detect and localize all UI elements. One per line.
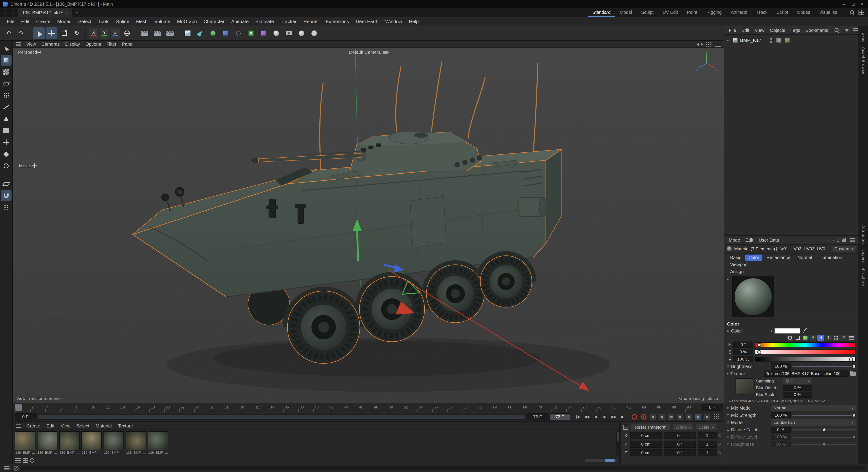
sampling-dropdown[interactable]: MIP▾ [783, 378, 812, 384]
frame-tick-30[interactable]: 30 [239, 403, 254, 412]
menu-extensions[interactable]: Extensions [322, 17, 352, 26]
rotation-z-field[interactable]: 0 ° [664, 449, 696, 457]
material-thumbnail[interactable] [37, 431, 57, 450]
blur-scale-field[interactable]: 0 % [783, 392, 812, 398]
material-item[interactable]: 136_BMP_... [147, 431, 168, 457]
menu-file[interactable]: File [4, 17, 18, 26]
frame-tick-76[interactable]: 76 [581, 403, 596, 412]
frame-tick-36[interactable]: 36 [283, 403, 298, 412]
color-mode-r[interactable]: R [810, 335, 816, 341]
mix-strength-anim-icon[interactable] [727, 414, 729, 416]
coordinate-system-button[interactable] [121, 27, 133, 39]
frame-tick-8[interactable]: 8 [75, 403, 90, 412]
frame-tick-58[interactable]: 58 [447, 403, 462, 412]
attribute-menu-mode[interactable]: Mode [726, 238, 743, 243]
sphere-view-icon[interactable] [30, 458, 34, 463]
material-item[interactable]: 136_BMP_... [14, 431, 36, 457]
viewport-menu-panel[interactable]: Panel [119, 41, 136, 47]
material-item[interactable]: 136_BMP_... [59, 431, 80, 457]
history-forward-icon[interactable]: › [833, 238, 834, 242]
material-item[interactable]: 136_BMP_... [81, 431, 102, 457]
frame-tick-74[interactable]: 74 [566, 403, 581, 412]
material-tab-normal[interactable]: Normal [794, 255, 815, 261]
frame-tick-34[interactable]: 34 [269, 403, 283, 412]
lock-z-icon[interactable] [718, 451, 721, 454]
layout-tab-paint[interactable]: Paint [683, 8, 702, 17]
material-menu-view[interactable]: View [58, 423, 74, 429]
frame-tick-12[interactable]: 12 [105, 403, 120, 412]
color-anim-icon[interactable] [727, 330, 729, 332]
normal-move-button[interactable] [1, 149, 11, 160]
move-tool[interactable] [46, 27, 57, 39]
color-wheel-icon[interactable] [786, 335, 794, 341]
layout-tab-sculpt[interactable]: Sculpt [637, 8, 658, 17]
menu-spline[interactable]: Spline [113, 17, 132, 26]
frame-tick-66[interactable]: 66 [507, 403, 522, 412]
brightness-slider[interactable] [793, 364, 856, 369]
transport-button-5[interactable]: ▶| [618, 413, 627, 421]
menu-mograph[interactable]: MoGraph [174, 17, 200, 26]
add-volume-button[interactable] [220, 27, 231, 39]
material-menu-material[interactable]: Material [92, 423, 115, 429]
lock-icon[interactable] [842, 240, 846, 242]
texture-thumbnail[interactable] [735, 378, 753, 395]
position-y-field[interactable]: 0 cm [630, 441, 662, 448]
add-scene-object-button[interactable] [270, 27, 282, 39]
viewport[interactable]: Perspective Default Camera Move View Tra… [13, 48, 724, 403]
status-menu-icon[interactable] [4, 466, 9, 470]
menu-modes[interactable]: Modes [54, 17, 74, 26]
saturation-slider[interactable] [755, 349, 856, 354]
history-back-icon[interactable]: ‹ [829, 238, 830, 242]
live-selection-tool[interactable] [33, 27, 45, 39]
frame-tick-54[interactable]: 54 [417, 403, 432, 412]
new-tab-button[interactable]: + [73, 9, 81, 15]
nav-back-icon[interactable]: ‹ [2, 9, 9, 15]
object-name[interactable]: BMP_K17 [740, 37, 762, 43]
tab-close-icon[interactable]: × [66, 10, 68, 15]
dock-tab-asset-browser[interactable]: Asset Browser [859, 47, 868, 76]
frame-tick-50[interactable]: 50 [388, 403, 403, 412]
material-thumbnail[interactable] [148, 431, 168, 450]
diffuse-falloff-slider[interactable] [793, 427, 856, 433]
viewport-menu-view[interactable]: View [24, 41, 39, 47]
material-thumbnail[interactable] [81, 431, 102, 450]
frame-tick-86[interactable]: 86 [656, 403, 671, 412]
color-expand-icon[interactable]: ▾ [771, 329, 772, 333]
color-compact-icon[interactable] [833, 335, 839, 341]
rotation-x-field[interactable]: 0 ° [664, 432, 696, 439]
list-view-icon[interactable] [16, 458, 21, 463]
frame-tick-84[interactable]: 84 [641, 403, 656, 412]
expand-icon[interactable]: ▸ [727, 38, 731, 42]
transport-button-1[interactable]: ◀◀ [582, 413, 591, 421]
layout-tab-standard[interactable]: Standard [588, 8, 615, 17]
objects-menu-bookmarks[interactable]: Bookmarks [803, 28, 831, 33]
layout-tab-animate[interactable]: Animate [727, 8, 751, 17]
model-anim-icon[interactable] [727, 421, 729, 423]
frame-tick-78[interactable]: 78 [596, 403, 611, 412]
hue-field[interactable]: 0 ° [733, 342, 753, 348]
dock-tab-structure[interactable]: Structure [859, 268, 868, 286]
frame-tick-88[interactable]: 88 [671, 403, 686, 412]
nav-forward-icon[interactable]: › [10, 9, 17, 15]
edges-mode-button[interactable] [1, 102, 11, 113]
viewport-menu-filter[interactable]: Filter [104, 41, 119, 47]
preview-range-slider[interactable] [37, 414, 526, 420]
material-menu-icon[interactable] [16, 424, 21, 428]
render-visibility-dot[interactable] [770, 41, 772, 43]
commander-button[interactable] [308, 27, 320, 39]
add-light-button[interactable] [296, 27, 307, 39]
position-z-field[interactable]: 0 cm [630, 449, 662, 457]
frame-tick-42[interactable]: 42 [328, 403, 343, 412]
range-start-field[interactable]: 0 F [15, 413, 36, 420]
viewport-menu-cameras[interactable]: Cameras [39, 41, 62, 47]
material-menu-texture[interactable]: Texture [115, 423, 136, 429]
frame-tick-60[interactable]: 60 [462, 403, 477, 412]
hue-slider[interactable] [755, 342, 856, 347]
transport-button-4[interactable]: ▶▶ [610, 413, 618, 421]
key-scale-icon[interactable] [668, 414, 674, 420]
mix-mode-dropdown[interactable]: Normal▾ [771, 405, 856, 411]
add-mograph-button[interactable] [245, 27, 257, 39]
current-frame-field[interactable]: 0 F [702, 404, 722, 411]
reset-transform-button[interactable]: Reset Transform [631, 424, 670, 430]
frame-tick-6[interactable]: 6 [60, 403, 75, 412]
